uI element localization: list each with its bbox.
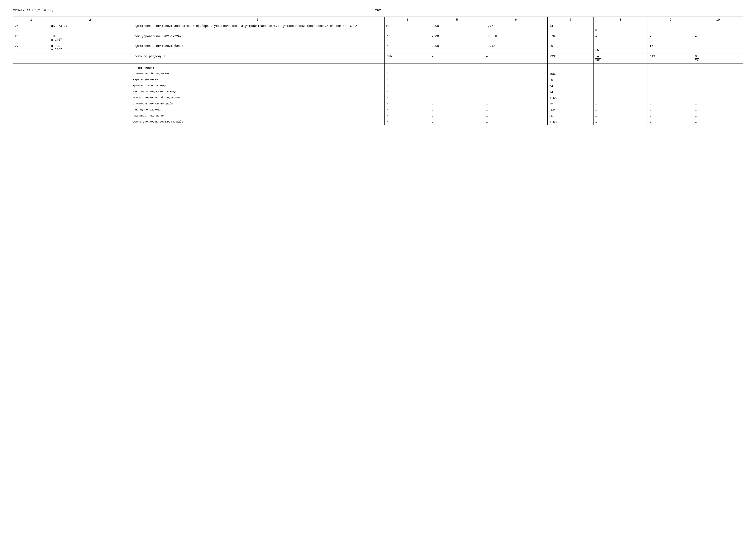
total-col8: – 50I: [594, 53, 648, 64]
col-header-5: 5: [430, 17, 484, 23]
row-col5-27: 2,00: [430, 43, 484, 53]
table-row: 26 ТПЭП п 1467 Блок управления БУ8254–22…: [13, 33, 743, 43]
row-num-27: 27: [13, 43, 49, 53]
total-label: Всего по разделу I: [131, 53, 385, 64]
row-unit-25: шт: [385, 23, 430, 33]
col-header-4: 4: [385, 17, 430, 23]
col-header-6: 6: [484, 17, 548, 23]
row-col5-26: 2,00: [430, 33, 484, 43]
row-desc-27: Подготовка к включению блока: [131, 43, 385, 53]
sub-item-row: тара и упаковка"––20–––: [13, 77, 743, 83]
sub-item-row: заготов.–складские расходы"––I4–––: [13, 89, 743, 95]
sub-item-row: всего стоимость оборудования"––II65–––: [13, 95, 743, 101]
row-num-26: 26: [13, 33, 49, 43]
header-center: 262: [375, 9, 381, 12]
col-header-2: 2: [49, 17, 131, 23]
total-unit: руб: [385, 53, 430, 64]
table-header-row: 1 2 3 4 5 6 7 8 9 10: [13, 17, 743, 23]
sub-item-row: стоимость монтажных работ"––72I–––: [13, 101, 743, 107]
row-col8-25: – 8: [594, 23, 648, 33]
row-code-27: ЦТПЭП п 1467: [49, 43, 131, 53]
sub-item-row: всего стоимость монтажных работ"––II69––…: [13, 119, 743, 125]
row-col8-27: – I5: [594, 43, 648, 53]
col-header-7: 7: [548, 17, 594, 23]
col-header-1: 1: [13, 17, 49, 23]
including-empty-1: [13, 64, 49, 71]
col-header-10: 10: [693, 17, 743, 23]
total-col7: 2334: [548, 53, 594, 64]
row-code-25: ЦБ–874–24: [49, 23, 131, 33]
row-desc-25: Подготовка к включению аппаратов и прибо…: [131, 23, 385, 33]
row-col9-27: I5: [648, 43, 693, 53]
sub-item-row: плановые накопления"––86–––: [13, 113, 743, 119]
table-row: 25 ЦБ–874–24 Подготовка к включению аппа…: [13, 23, 743, 33]
row-col6-25: I,77: [484, 23, 548, 33]
total-row: Всего по разделу I руб – – 2334 – 50I 4I…: [13, 53, 743, 64]
total-col6: –: [484, 53, 548, 64]
row-col6-26: I88,I6: [484, 33, 548, 43]
sub-item-row: транспортные расходы"––64–––: [13, 83, 743, 89]
row-col9-25: 8: [648, 23, 693, 33]
sub-item-row: стоимость оборудования"––I067–––: [13, 71, 743, 77]
row-code-26: ТПЭП п 1467: [49, 33, 131, 43]
total-col5: –: [430, 53, 484, 64]
row-desc-26: Блок управления БУ8254–22А2: [131, 33, 385, 43]
sub-item-row: накладные расходы"––362–––: [13, 107, 743, 113]
total-col10: 88 29: [693, 53, 743, 64]
including-label: В том числе:: [131, 64, 385, 71]
row-num-25: 25: [13, 23, 49, 33]
including-empty-2: [49, 64, 131, 71]
table-row: 27 ЦТПЭП п 1467 Подготовка к включению б…: [13, 43, 743, 53]
row-col10-27: –: [693, 43, 743, 53]
main-table: 1 2 3 4 5 6 7 8 9 10 25 ЦБ–874–24 Подгот…: [13, 16, 743, 125]
row-unit-26: ": [385, 33, 430, 43]
row-col8-26: –: [594, 33, 648, 43]
row-unit-27: ": [385, 43, 430, 53]
total-col9: 4I3: [648, 53, 693, 64]
col-header-3: 3: [131, 17, 385, 23]
row-col5-25: 8,00: [430, 23, 484, 33]
row-col6-27: I9,42: [484, 43, 548, 53]
row-col7-25: I4: [548, 23, 594, 33]
row-col9-26: –: [648, 33, 693, 43]
row-col7-27: 39: [548, 43, 594, 53]
col-header-9: 9: [648, 17, 693, 23]
including-header-row: В том числе:: [13, 64, 743, 71]
row-col10-25: –: [693, 23, 743, 33]
total-empty-1: [13, 53, 49, 64]
header-left: 223–I–544.87(УI ч.II): [13, 9, 54, 12]
row-col10-26: –: [693, 33, 743, 43]
col-header-8: 8: [594, 17, 648, 23]
row-col7-26: 376: [548, 33, 594, 43]
total-empty-2: [49, 53, 131, 64]
